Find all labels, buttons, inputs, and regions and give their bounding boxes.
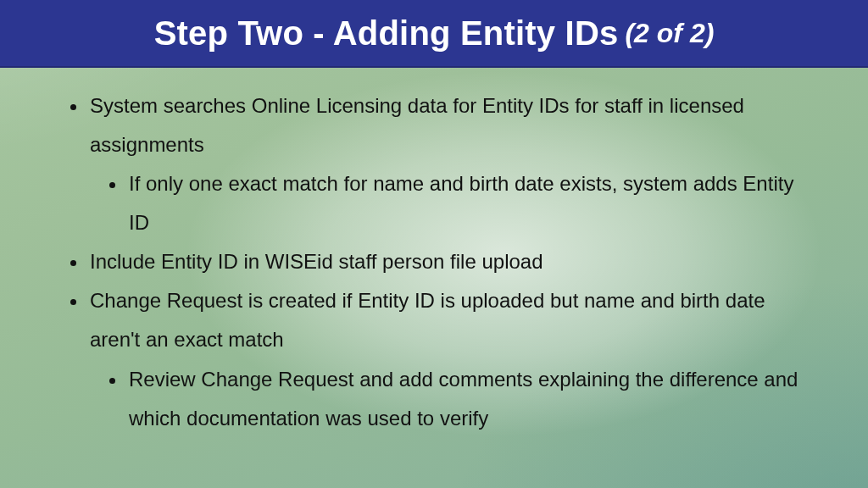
- bullet-text: Include Entity ID in WISEid staff person…: [90, 250, 543, 273]
- bullet-text: Review Change Request and add comments e…: [129, 368, 798, 430]
- bullet-item: Include Entity ID in WISEid staff person…: [88, 242, 809, 281]
- bullet-sublist: Review Change Request and add comments e…: [90, 360, 809, 438]
- bullet-item: System searches Online Licensing data fo…: [88, 86, 809, 242]
- slide-title: Step Two - Adding Entity IDs: [154, 14, 619, 53]
- bullet-item: If only one exact match for name and bir…: [127, 164, 809, 242]
- bullet-text: System searches Online Licensing data fo…: [90, 94, 744, 156]
- slide: Step Two - Adding Entity IDs (2 of 2) Sy…: [0, 0, 868, 488]
- bullet-text: Change Request is created if Entity ID i…: [90, 289, 765, 351]
- slide-body: System searches Online Licensing data fo…: [0, 68, 868, 438]
- slide-title-counter: (2 of 2): [625, 18, 714, 49]
- bullet-item: Change Request is created if Entity ID i…: [88, 281, 809, 437]
- bullet-text: If only one exact match for name and bir…: [129, 172, 793, 234]
- title-bar: Step Two - Adding Entity IDs (2 of 2): [0, 0, 868, 68]
- bullet-list: System searches Online Licensing data fo…: [59, 86, 809, 438]
- bullet-sublist: If only one exact match for name and bir…: [90, 164, 809, 242]
- bullet-item: Review Change Request and add comments e…: [127, 360, 809, 438]
